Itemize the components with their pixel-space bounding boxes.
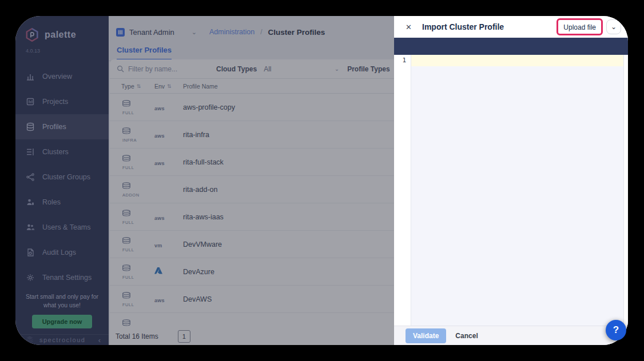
help-button[interactable]: ? [606, 320, 626, 340]
import-cluster-profile-drawer: ✕ Import Cluster Profile Upload file ⌄ 1… [394, 16, 628, 345]
upload-file-button[interactable]: Upload file [563, 23, 596, 31]
validate-button[interactable]: Validate [406, 328, 446, 343]
drawer-header: ✕ Import Cluster Profile Upload file ⌄ [394, 16, 628, 38]
upload-options-chevron-button[interactable]: ⌄ [606, 19, 621, 34]
drawer-title: Import Cluster Profile [422, 22, 556, 31]
cancel-button[interactable]: Cancel [455, 332, 478, 340]
screenshot-canvas: palette 4.0.13 OverviewProjectsProfilesC… [0, 0, 644, 361]
editor-toolbar [394, 38, 628, 55]
yaml-editor[interactable]: 1 [394, 55, 628, 326]
drawer-footer: Validate Cancel [394, 326, 628, 345]
chevron-down-icon: ⌄ [611, 23, 617, 31]
annotation-highlight: Upload file [556, 18, 603, 35]
editor-scrollbar[interactable] [623, 55, 628, 326]
app-window: palette 4.0.13 OverviewProjectsProfilesC… [15, 16, 628, 345]
editor-line-number: 1 [394, 55, 411, 326]
editor-active-line[interactable] [411, 55, 623, 66]
close-icon[interactable]: ✕ [406, 23, 416, 31]
